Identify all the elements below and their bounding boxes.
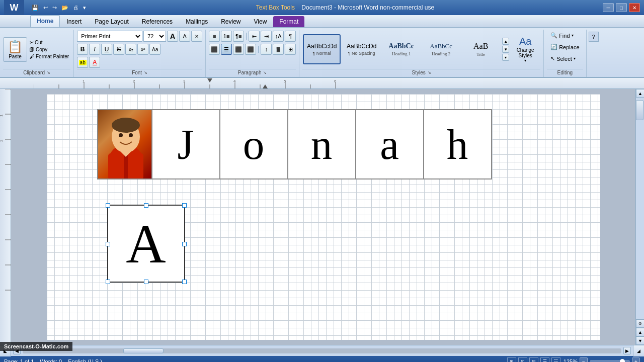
copy-button[interactable]: 🗐 Copy: [28, 46, 70, 53]
align-left-button[interactable]: ⬛: [209, 44, 220, 55]
handle-middle-left[interactable]: [106, 242, 110, 246]
handle-middle-right[interactable]: [182, 242, 187, 246]
view-draft[interactable]: ☷: [551, 357, 560, 362]
bottom-right-btn[interactable]: ◢: [633, 345, 644, 356]
change-styles-button[interactable]: Aa ChangeStyles ▾: [510, 33, 540, 65]
maximize-button[interactable]: □: [616, 3, 627, 12]
style-title[interactable]: AaB Title: [462, 34, 500, 64]
ribbon-tabs: Home Insert Page Layout References Maili…: [0, 15, 644, 28]
style-heading1-sample: AaBbCc: [388, 42, 414, 50]
multilevel-button[interactable]: ¶≡: [233, 31, 244, 42]
scroll-down-button[interactable]: ▼: [636, 336, 644, 345]
tab-format[interactable]: Format: [273, 16, 304, 27]
h-scroll-thumb[interactable]: [123, 348, 164, 353]
styles-scroll-more[interactable]: ▾: [502, 54, 509, 61]
open-button[interactable]: 📂: [60, 4, 70, 12]
h-scroll-right-button[interactable]: ▶: [623, 347, 631, 354]
align-center-button[interactable]: ☰: [221, 44, 232, 55]
handle-top-middle[interactable]: [144, 203, 148, 208]
scroll-select-browse-object[interactable]: ⊙: [636, 319, 644, 328]
style-heading1[interactable]: AaBbCc Heading 1: [382, 34, 420, 64]
bold-button[interactable]: B: [77, 44, 88, 55]
style-normal[interactable]: AaBbCcDd ¶ Normal: [303, 34, 341, 64]
minimize-button[interactable]: ─: [603, 3, 614, 12]
show-formatting-button[interactable]: ¶: [285, 31, 296, 42]
clipboard-expand-icon[interactable]: ↘: [47, 70, 50, 75]
view-web-layout[interactable]: ⊟: [529, 357, 538, 362]
handle-top-left[interactable]: [106, 203, 110, 208]
scroll-up-button[interactable]: ▲: [636, 89, 644, 98]
handle-bottom-middle[interactable]: [144, 280, 148, 284]
styles-scroll-down[interactable]: ▼: [502, 46, 509, 53]
help-button[interactable]: ?: [589, 32, 599, 42]
justify-button[interactable]: ⬛: [245, 44, 256, 55]
find-button[interactable]: 🔍 Find ▾: [547, 31, 577, 40]
print-button[interactable]: 🖨: [71, 4, 80, 11]
align-right-button[interactable]: ⬛: [233, 44, 244, 55]
scroll-prev-button[interactable]: ▲: [636, 328, 644, 336]
font-family-select[interactable]: Primer Print: [77, 31, 142, 42]
highlight-button[interactable]: ab: [77, 57, 88, 68]
view-full-screen[interactable]: ⊡: [518, 357, 527, 362]
bullets-button[interactable]: ≡: [209, 31, 220, 42]
tab-review[interactable]: Review: [214, 16, 247, 27]
tab-view[interactable]: View: [248, 16, 274, 27]
h-scroll-track[interactable]: [23, 348, 621, 353]
italic-button[interactable]: I: [89, 44, 100, 55]
font-expand-icon[interactable]: ↘: [144, 70, 147, 75]
svg-text:4: 4: [233, 79, 236, 83]
tab-page-layout[interactable]: Page Layout: [88, 16, 135, 27]
tab-mailings[interactable]: Mailings: [179, 16, 214, 27]
increase-indent-button[interactable]: ⇥: [261, 31, 272, 42]
tab-home[interactable]: Home: [30, 15, 60, 27]
cut-button[interactable]: ✂ Cut: [28, 39, 70, 46]
zoom-in-button[interactable]: +: [632, 357, 640, 362]
redo-button[interactable]: ↪: [51, 4, 58, 12]
font-size-select[interactable]: 72: [143, 31, 166, 42]
handle-top-right[interactable]: [182, 203, 187, 208]
sort-button[interactable]: ↕A: [273, 31, 284, 42]
svg-marker-20: [263, 84, 268, 88]
handle-bottom-left[interactable]: [106, 280, 110, 284]
numbering-button[interactable]: 1≡: [221, 31, 232, 42]
view-outline[interactable]: ☰: [540, 357, 549, 362]
styles-expand-icon[interactable]: ↘: [428, 70, 431, 75]
strikethrough-button[interactable]: S: [113, 44, 124, 55]
select-dropdown: ▾: [574, 56, 576, 61]
borders-button[interactable]: ⊞: [285, 44, 296, 55]
close-button[interactable]: ✕: [629, 3, 640, 12]
paste-button[interactable]: 📋 Paste: [3, 37, 27, 62]
shading-button[interactable]: ▓: [273, 44, 284, 55]
more-button[interactable]: ▾: [82, 4, 88, 12]
handle-bottom-right[interactable]: [182, 280, 187, 284]
letter-J: J: [177, 120, 194, 169]
subscript-button[interactable]: x₂: [125, 44, 136, 55]
grow-font-button[interactable]: A: [167, 31, 178, 42]
undo-button[interactable]: ↩: [42, 4, 49, 12]
underline-button[interactable]: U: [101, 44, 112, 55]
zoom-out-button[interactable]: −: [580, 357, 588, 362]
scroll-track[interactable]: [636, 98, 644, 319]
tab-references[interactable]: References: [135, 16, 179, 27]
text-box-a[interactable]: A: [107, 205, 185, 283]
styles-scroll-up[interactable]: ▲: [502, 38, 509, 45]
document-scroll[interactable]: J o n a h: [11, 89, 635, 345]
zoom-slider[interactable]: [590, 360, 630, 362]
replace-button[interactable]: 🔄 Replace: [547, 42, 583, 52]
decrease-indent-button[interactable]: ⇤: [249, 31, 260, 42]
save-button[interactable]: 💾: [30, 4, 40, 12]
select-button[interactable]: ↖ Select ▾: [547, 54, 579, 63]
scroll-thumb[interactable]: [636, 100, 643, 120]
shrink-font-button[interactable]: A: [179, 31, 190, 42]
style-heading2[interactable]: AaBbCc Heading 2: [422, 34, 460, 64]
line-spacing-button[interactable]: ↕: [261, 44, 272, 55]
format-painter-button[interactable]: 🖌 Format Painter: [28, 53, 70, 60]
change-case-button[interactable]: Aa: [149, 44, 160, 55]
tab-insert[interactable]: Insert: [60, 16, 88, 27]
superscript-button[interactable]: x²: [137, 44, 148, 55]
view-print-layout[interactable]: ⊞: [507, 357, 516, 362]
paragraph-expand-icon[interactable]: ↘: [263, 70, 267, 75]
font-color-button[interactable]: A: [89, 57, 100, 68]
style-no-spacing[interactable]: AaBbCcDd ¶ No Spacing: [343, 34, 380, 64]
clear-formatting-button[interactable]: ✕: [191, 31, 202, 42]
